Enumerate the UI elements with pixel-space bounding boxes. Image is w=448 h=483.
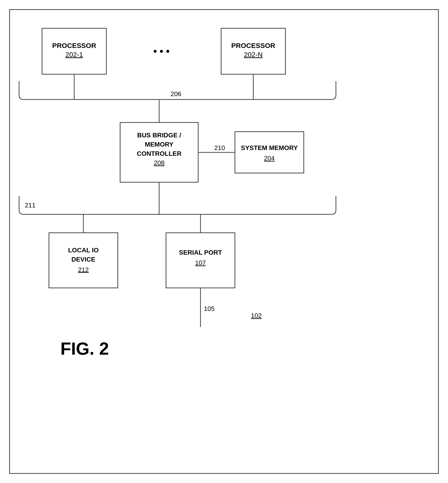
svg-text:105: 105 xyxy=(204,305,215,312)
diagram-svg: PROCESSOR 202-1 PROCESSOR 202-N • • • BU… xyxy=(10,10,438,473)
svg-text:204: 204 xyxy=(264,155,275,162)
svg-text:202-N: 202-N xyxy=(244,51,263,58)
diagram-container: PROCESSOR 202-1 PROCESSOR 202-N • • • BU… xyxy=(9,9,439,474)
svg-rect-3 xyxy=(235,132,304,173)
svg-rect-5 xyxy=(166,233,235,288)
svg-text:MEMORY: MEMORY xyxy=(145,141,174,148)
svg-rect-2 xyxy=(120,123,198,182)
svg-text:212: 212 xyxy=(78,266,89,273)
svg-rect-1 xyxy=(221,28,285,74)
svg-text:CONTROLLER: CONTROLLER xyxy=(137,150,182,157)
svg-text:FIG. 2: FIG. 2 xyxy=(60,339,109,358)
svg-text:211: 211 xyxy=(25,202,36,209)
svg-text:BUS BRIDGE /: BUS BRIDGE / xyxy=(137,132,181,139)
svg-text:202-1: 202-1 xyxy=(65,51,83,58)
svg-text:107: 107 xyxy=(195,259,206,266)
svg-text:SERIAL PORT: SERIAL PORT xyxy=(179,249,222,256)
svg-text:208: 208 xyxy=(154,159,165,166)
svg-text:• • •: • • • xyxy=(153,45,169,57)
svg-text:DEVICE: DEVICE xyxy=(72,256,95,263)
svg-text:102: 102 xyxy=(251,312,262,319)
svg-text:210: 210 xyxy=(214,144,225,151)
svg-text:PROCESSOR: PROCESSOR xyxy=(52,42,96,49)
svg-text:SYSTEM MEMORY: SYSTEM MEMORY xyxy=(241,144,298,151)
svg-rect-4 xyxy=(49,233,118,288)
svg-text:206: 206 xyxy=(171,90,182,97)
svg-text:PROCESSOR: PROCESSOR xyxy=(231,42,275,49)
svg-text:LOCAL IO: LOCAL IO xyxy=(68,247,99,254)
svg-rect-0 xyxy=(42,28,106,74)
